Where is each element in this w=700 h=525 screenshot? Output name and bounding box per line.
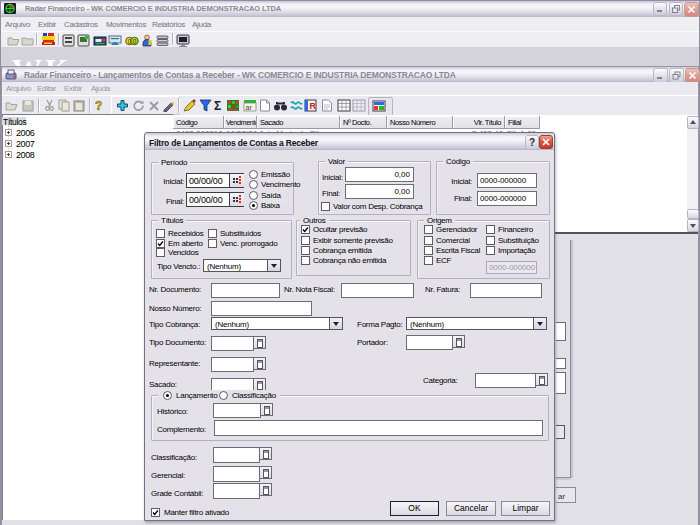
svg-text:R: R	[310, 101, 317, 111]
svg-text:0: 0	[133, 38, 137, 45]
svg-text:0: 0	[128, 38, 132, 45]
svg-text:Σ: Σ	[214, 99, 221, 112]
svg-text:?: ?	[95, 99, 102, 112]
svg-text:ar: ar	[246, 104, 253, 111]
